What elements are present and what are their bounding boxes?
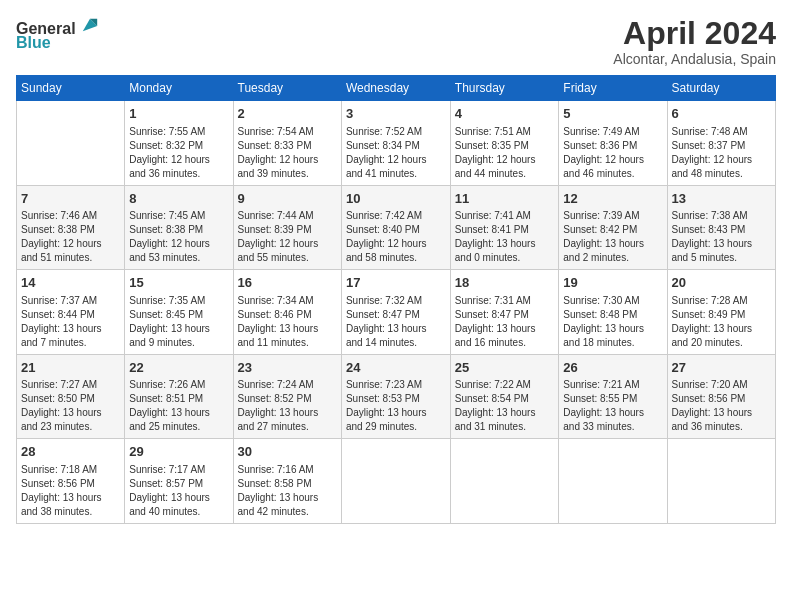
table-row: 17Sunrise: 7:32 AMSunset: 8:47 PMDayligh… <box>341 270 450 355</box>
table-row <box>667 439 776 524</box>
day-number: 8 <box>129 190 228 208</box>
day-number: 19 <box>563 274 662 292</box>
calendar-header-row: Sunday Monday Tuesday Wednesday Thursday… <box>17 76 776 101</box>
logo-icon <box>81 16 99 34</box>
day-number: 14 <box>21 274 120 292</box>
header-friday: Friday <box>559 76 667 101</box>
table-row <box>450 439 559 524</box>
header-sunday: Sunday <box>17 76 125 101</box>
day-number: 5 <box>563 105 662 123</box>
calendar-table: Sunday Monday Tuesday Wednesday Thursday… <box>16 75 776 524</box>
header-saturday: Saturday <box>667 76 776 101</box>
day-info: Sunrise: 7:23 AMSunset: 8:53 PMDaylight:… <box>346 378 446 434</box>
day-info: Sunrise: 7:24 AMSunset: 8:52 PMDaylight:… <box>238 378 337 434</box>
table-row <box>341 439 450 524</box>
header-thursday: Thursday <box>450 76 559 101</box>
day-number: 16 <box>238 274 337 292</box>
day-number: 22 <box>129 359 228 377</box>
header-tuesday: Tuesday <box>233 76 341 101</box>
table-row: 18Sunrise: 7:31 AMSunset: 8:47 PMDayligh… <box>450 270 559 355</box>
table-row: 22Sunrise: 7:26 AMSunset: 8:51 PMDayligh… <box>125 354 233 439</box>
day-number: 26 <box>563 359 662 377</box>
day-number: 30 <box>238 443 337 461</box>
day-info: Sunrise: 7:16 AMSunset: 8:58 PMDaylight:… <box>238 463 337 519</box>
table-row: 7Sunrise: 7:46 AMSunset: 8:38 PMDaylight… <box>17 185 125 270</box>
day-info: Sunrise: 7:42 AMSunset: 8:40 PMDaylight:… <box>346 209 446 265</box>
day-number: 4 <box>455 105 555 123</box>
table-row: 29Sunrise: 7:17 AMSunset: 8:57 PMDayligh… <box>125 439 233 524</box>
day-number: 21 <box>21 359 120 377</box>
table-row: 1Sunrise: 7:55 AMSunset: 8:32 PMDaylight… <box>125 101 233 186</box>
day-info: Sunrise: 7:45 AMSunset: 8:38 PMDaylight:… <box>129 209 228 265</box>
calendar-week-row: 1Sunrise: 7:55 AMSunset: 8:32 PMDaylight… <box>17 101 776 186</box>
day-number: 2 <box>238 105 337 123</box>
table-row: 28Sunrise: 7:18 AMSunset: 8:56 PMDayligh… <box>17 439 125 524</box>
day-info: Sunrise: 7:54 AMSunset: 8:33 PMDaylight:… <box>238 125 337 181</box>
day-info: Sunrise: 7:48 AMSunset: 8:37 PMDaylight:… <box>672 125 772 181</box>
table-row: 16Sunrise: 7:34 AMSunset: 8:46 PMDayligh… <box>233 270 341 355</box>
table-row <box>559 439 667 524</box>
day-number: 27 <box>672 359 772 377</box>
table-row: 19Sunrise: 7:30 AMSunset: 8:48 PMDayligh… <box>559 270 667 355</box>
day-number: 9 <box>238 190 337 208</box>
day-info: Sunrise: 7:32 AMSunset: 8:47 PMDaylight:… <box>346 294 446 350</box>
table-row: 11Sunrise: 7:41 AMSunset: 8:41 PMDayligh… <box>450 185 559 270</box>
day-info: Sunrise: 7:41 AMSunset: 8:41 PMDaylight:… <box>455 209 555 265</box>
day-info: Sunrise: 7:38 AMSunset: 8:43 PMDaylight:… <box>672 209 772 265</box>
day-info: Sunrise: 7:21 AMSunset: 8:55 PMDaylight:… <box>563 378 662 434</box>
day-number: 17 <box>346 274 446 292</box>
table-row: 8Sunrise: 7:45 AMSunset: 8:38 PMDaylight… <box>125 185 233 270</box>
day-info: Sunrise: 7:27 AMSunset: 8:50 PMDaylight:… <box>21 378 120 434</box>
day-number: 1 <box>129 105 228 123</box>
table-row: 15Sunrise: 7:35 AMSunset: 8:45 PMDayligh… <box>125 270 233 355</box>
logo: General Blue <box>16 16 99 52</box>
day-info: Sunrise: 7:35 AMSunset: 8:45 PMDaylight:… <box>129 294 228 350</box>
table-row: 23Sunrise: 7:24 AMSunset: 8:52 PMDayligh… <box>233 354 341 439</box>
table-row: 10Sunrise: 7:42 AMSunset: 8:40 PMDayligh… <box>341 185 450 270</box>
day-number: 11 <box>455 190 555 208</box>
table-row: 3Sunrise: 7:52 AMSunset: 8:34 PMDaylight… <box>341 101 450 186</box>
day-info: Sunrise: 7:44 AMSunset: 8:39 PMDaylight:… <box>238 209 337 265</box>
day-info: Sunrise: 7:26 AMSunset: 8:51 PMDaylight:… <box>129 378 228 434</box>
day-number: 23 <box>238 359 337 377</box>
day-info: Sunrise: 7:17 AMSunset: 8:57 PMDaylight:… <box>129 463 228 519</box>
day-number: 10 <box>346 190 446 208</box>
day-info: Sunrise: 7:22 AMSunset: 8:54 PMDaylight:… <box>455 378 555 434</box>
day-number: 29 <box>129 443 228 461</box>
day-number: 28 <box>21 443 120 461</box>
day-number: 12 <box>563 190 662 208</box>
table-row: 9Sunrise: 7:44 AMSunset: 8:39 PMDaylight… <box>233 185 341 270</box>
calendar-week-row: 7Sunrise: 7:46 AMSunset: 8:38 PMDaylight… <box>17 185 776 270</box>
table-row: 27Sunrise: 7:20 AMSunset: 8:56 PMDayligh… <box>667 354 776 439</box>
day-info: Sunrise: 7:18 AMSunset: 8:56 PMDaylight:… <box>21 463 120 519</box>
table-row: 25Sunrise: 7:22 AMSunset: 8:54 PMDayligh… <box>450 354 559 439</box>
main-title: April 2024 <box>613 16 776 51</box>
day-number: 20 <box>672 274 772 292</box>
day-number: 13 <box>672 190 772 208</box>
table-row: 20Sunrise: 7:28 AMSunset: 8:49 PMDayligh… <box>667 270 776 355</box>
table-row: 24Sunrise: 7:23 AMSunset: 8:53 PMDayligh… <box>341 354 450 439</box>
table-row: 5Sunrise: 7:49 AMSunset: 8:36 PMDaylight… <box>559 101 667 186</box>
day-info: Sunrise: 7:30 AMSunset: 8:48 PMDaylight:… <box>563 294 662 350</box>
day-number: 15 <box>129 274 228 292</box>
table-row: 30Sunrise: 7:16 AMSunset: 8:58 PMDayligh… <box>233 439 341 524</box>
table-row: 13Sunrise: 7:38 AMSunset: 8:43 PMDayligh… <box>667 185 776 270</box>
day-info: Sunrise: 7:55 AMSunset: 8:32 PMDaylight:… <box>129 125 228 181</box>
title-block: April 2024 Alcontar, Andalusia, Spain <box>613 16 776 67</box>
table-row: 21Sunrise: 7:27 AMSunset: 8:50 PMDayligh… <box>17 354 125 439</box>
day-number: 18 <box>455 274 555 292</box>
day-number: 25 <box>455 359 555 377</box>
day-info: Sunrise: 7:34 AMSunset: 8:46 PMDaylight:… <box>238 294 337 350</box>
day-number: 7 <box>21 190 120 208</box>
day-number: 3 <box>346 105 446 123</box>
calendar-week-row: 21Sunrise: 7:27 AMSunset: 8:50 PMDayligh… <box>17 354 776 439</box>
day-info: Sunrise: 7:51 AMSunset: 8:35 PMDaylight:… <box>455 125 555 181</box>
day-info: Sunrise: 7:49 AMSunset: 8:36 PMDaylight:… <box>563 125 662 181</box>
subtitle: Alcontar, Andalusia, Spain <box>613 51 776 67</box>
day-info: Sunrise: 7:20 AMSunset: 8:56 PMDaylight:… <box>672 378 772 434</box>
header-monday: Monday <box>125 76 233 101</box>
table-row <box>17 101 125 186</box>
day-info: Sunrise: 7:28 AMSunset: 8:49 PMDaylight:… <box>672 294 772 350</box>
table-row: 26Sunrise: 7:21 AMSunset: 8:55 PMDayligh… <box>559 354 667 439</box>
table-row: 6Sunrise: 7:48 AMSunset: 8:37 PMDaylight… <box>667 101 776 186</box>
